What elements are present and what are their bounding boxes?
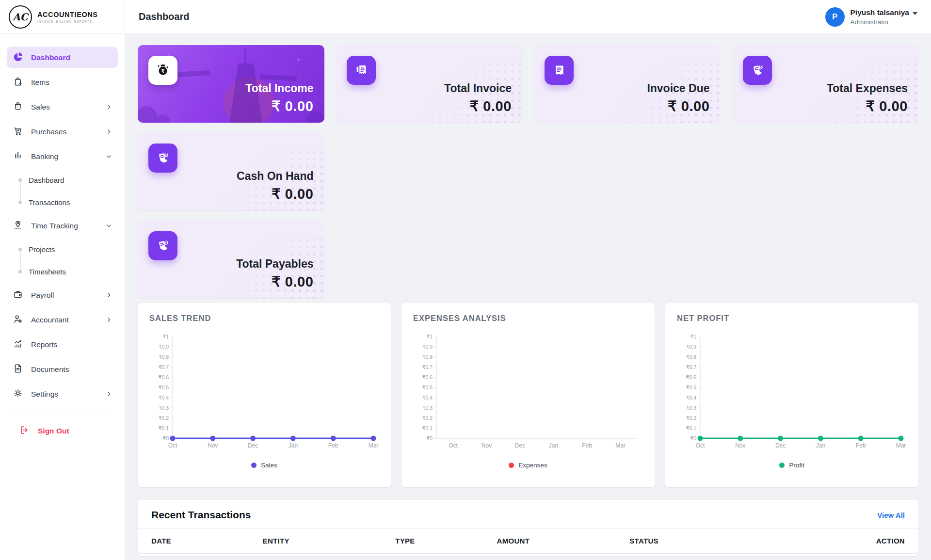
svg-text:Dec: Dec [248,442,258,449]
sidebar-subitem-label: Transactions [29,198,70,207]
svg-text:₹0.3: ₹0.3 [159,405,169,411]
svg-text:₹1: ₹1 [426,334,433,339]
legend-dot-sales [251,463,257,468]
legend-label: Sales [261,462,277,469]
svg-text:Jan: Jan [289,442,298,449]
bullet-icon [18,270,22,273]
svg-text:Mar: Mar [615,442,626,449]
chevron-right-icon [106,104,112,110]
stat-label: Invoice Due [647,82,709,95]
logout-icon [19,425,30,437]
svg-text:₹0.4: ₹0.4 [422,395,433,400]
expenses-analysis-chart: ₹1₹0.9₹0.8₹0.7₹0.6₹0.5₹0.4₹0.3₹0.2₹0.1₹0… [413,332,643,456]
sidebar-item-settings[interactable]: Settings [7,383,118,405]
chevron-right-icon [106,391,112,397]
stat-label: Total Expenses [827,82,908,95]
svg-text:₹0.2: ₹0.2 [422,415,433,421]
chart-title: EXPENSES ANALYSIS [413,314,643,323]
sidebar-item-reports[interactable]: Reports [7,334,118,355]
bar-chart-icon [13,150,23,163]
view-all-link[interactable]: View All [877,511,905,519]
brand-logo[interactable]: AC ACCOUNTIEONS INVOICE, BILLING, REPORT… [0,0,125,34]
invoice-due-icon [545,56,574,85]
sidebar-subitem-label: Timesheets [29,268,66,276]
sidebar-item-label: Settings [31,390,58,399]
avatar: P [825,7,845,27]
topbar: Dashboard P Piyush talsaniya Administrat… [125,0,931,34]
payables-bill-icon: $ [148,231,177,260]
svg-text:Feb: Feb [328,442,338,449]
svg-text:₹0.5: ₹0.5 [422,384,433,390]
svg-text:₹0.9: ₹0.9 [686,344,696,350]
stat-card-cash-on-hand[interactable]: $ Cash On Hand ₹ 0.00 [138,133,324,210]
sidebar-subitem-transactions[interactable]: Transactions [7,192,118,212]
brand-monogram: AC [9,5,32,29]
user-name: Piyush talsaniya [851,8,909,17]
sidebar-item-dashboard[interactable]: Dashboard [7,47,118,68]
sign-out-button[interactable]: Sign Out [14,412,111,448]
legend-label: Expenses [518,462,547,469]
stat-value: ₹ 0.00 [444,98,512,114]
banking-submenu: Dashboard Transactions [7,170,118,212]
chevron-down-icon [106,153,112,160]
sidebar-subitem-timesheets[interactable]: Timesheets [7,262,118,281]
stat-value: ₹ 0.00 [827,98,908,114]
sidebar-menu: Dashboard Items Sales Purchases Banking [0,34,125,560]
svg-text:₹0.2: ₹0.2 [159,415,169,421]
gear-icon [13,388,23,400]
chart-legend: Expenses [413,462,643,469]
sidebar-item-purchases[interactable]: Purchases [7,121,118,143]
stat-value: ₹ 0.00 [647,98,709,114]
svg-text:₹0.7: ₹0.7 [422,364,433,370]
svg-text:₹0.1: ₹0.1 [686,425,696,431]
svg-text:Nov: Nov [735,442,745,449]
stat-card-invoice-due[interactable]: Invoice Due ₹ 0.00 [534,45,721,123]
app-root: AC ACCOUNTIEONS INVOICE, BILLING, REPORT… [0,0,931,560]
svg-text:₹0.8: ₹0.8 [159,354,169,360]
bullet-icon [18,201,22,204]
stat-label: Total Invoice [444,82,512,95]
svg-text:₹0.4: ₹0.4 [159,395,169,400]
sidebar-item-banking[interactable]: Banking [7,145,118,167]
svg-text:Dec: Dec [775,442,786,449]
sidebar-item-payroll[interactable]: Payroll [7,284,118,306]
svg-text:₹0.8: ₹0.8 [686,354,696,360]
sidebar-item-label: Items [31,78,49,87]
chevron-right-icon [106,317,112,323]
stat-card-total-payables[interactable]: $ Total Payables ₹ 0.00 [138,221,324,298]
sign-out-label: Sign Out [38,427,69,435]
map-pin-icon [13,220,23,232]
brand-tagline: INVOICE, BILLING, REPORTS [37,20,98,23]
stat-value: ₹ 0.00 [237,186,313,202]
sidebar-item-items[interactable]: Items [7,71,118,93]
svg-text:₹0.3: ₹0.3 [422,405,433,411]
dashboard-content: ₹ Total Income ₹ 0.00 Total Invoice ₹ 0.… [125,34,931,560]
bullet-icon [18,248,22,251]
svg-text:$: $ [759,65,762,69]
column-header-action: ACTION [825,528,918,554]
invoice-receipt-icon [347,56,376,85]
expense-bill-icon: $ [743,56,772,85]
user-menu[interactable]: P Piyush talsaniya Administrator [825,7,917,27]
sidebar-subitem-projects[interactable]: Projects [7,240,118,259]
sidebar-item-accountant[interactable]: Accountant [7,309,118,331]
caret-down-icon [913,12,917,15]
page-title: Dashboard [139,11,189,22]
stat-card-total-expenses[interactable]: $ Total Expenses ₹ 0.00 [732,45,919,123]
column-header-type: TYPE [395,528,497,554]
stat-card-total-income[interactable]: ₹ Total Income ₹ 0.00 [138,45,324,123]
sidebar-item-sales[interactable]: Sales [7,96,118,118]
sidebar-item-label: Banking [31,152,58,161]
recent-transactions-card: Recent Transactions View All DATE ENTITY… [138,500,918,556]
column-header-entity: ENTITY [263,528,396,554]
svg-text:Jan: Jan [816,442,825,449]
stat-label: Total Income [245,82,313,95]
sidebar-item-time-tracking[interactable]: Time Tracking [7,215,118,237]
sidebar-item-documents[interactable]: Documents [7,358,118,380]
svg-text:₹0.3: ₹0.3 [686,405,696,411]
stat-card-total-invoice[interactable]: Total Invoice ₹ 0.00 [336,45,523,123]
svg-text:$: $ [165,240,168,245]
charts-row: SALES TREND ₹1₹0.9₹0.8₹0.7₹0.6₹0.5₹0.4₹0… [138,303,918,487]
sidebar-subitem-label: Projects [29,245,55,254]
sidebar-subitem-banking-dashboard[interactable]: Dashboard [7,170,118,190]
